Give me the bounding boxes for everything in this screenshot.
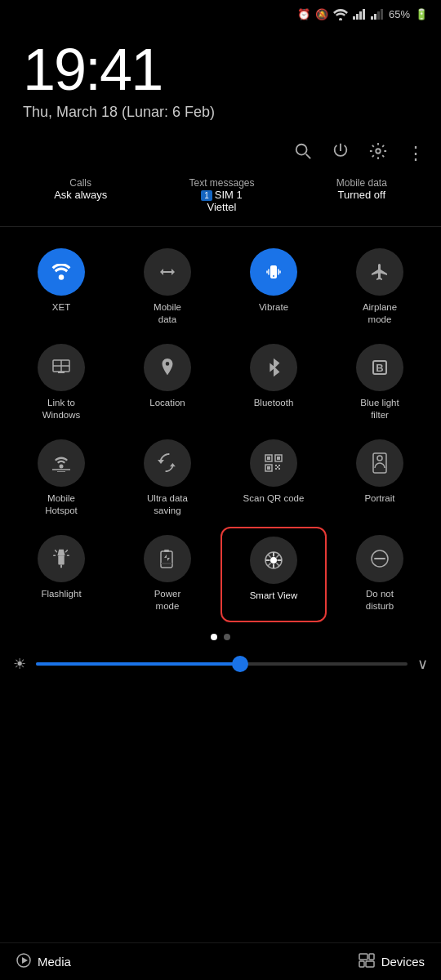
devices-button[interactable]: Devices [359, 953, 425, 970]
search-button[interactable] [294, 142, 312, 164]
bottom-bar: Media Devices [0, 942, 441, 980]
svg-rect-3 [359, 11, 362, 20]
svg-rect-26 [275, 465, 277, 466]
svg-marker-41 [22, 957, 28, 964]
svg-point-11 [376, 149, 381, 154]
sms-info: Text messages 1SIM 1Viettel [189, 177, 254, 213]
flashlight-icon [38, 535, 85, 582]
qs-toolbar: ⋮ [0, 129, 441, 171]
tile-airplane[interactable]: Airplanemode [327, 240, 433, 336]
power-mode-label: Powermode [154, 588, 181, 612]
svg-point-37 [270, 557, 277, 564]
svg-rect-14 [58, 372, 65, 373]
xet-label: XET [52, 301, 70, 314]
media-label: Media [38, 955, 71, 969]
svg-rect-45 [369, 954, 374, 960]
date: Thu, March 18 (Lunar: 6 Feb) [23, 104, 418, 121]
airplane-icon [356, 248, 403, 296]
link-windows-icon [38, 344, 85, 391]
location-icon [144, 344, 191, 391]
tile-bluelight[interactable]: B Blue lightfilter [327, 336, 433, 431]
xet-icon [38, 248, 85, 296]
page-dots [0, 622, 441, 648]
svg-point-12 [59, 274, 65, 280]
qr-icon [250, 439, 297, 487]
svg-rect-34 [161, 551, 172, 568]
brightness-fill [36, 662, 240, 666]
svg-line-10 [306, 154, 311, 159]
svg-rect-27 [278, 465, 280, 466]
tile-mobile-data[interactable]: Mobiledata [114, 240, 220, 336]
svg-rect-1 [353, 16, 355, 20]
tile-portrait[interactable]: Portrait [327, 431, 433, 527]
location-label: Location [149, 397, 185, 409]
tile-link-windows[interactable]: Link toWindows [8, 336, 114, 431]
quick-tiles: XET Mobiledata Vibrate Airplanemode [0, 227, 441, 622]
tile-dnd[interactable]: Do notdisturb [327, 527, 433, 622]
wifi-icon [333, 9, 348, 20]
svg-point-19 [60, 464, 64, 468]
media-button[interactable]: Media [16, 953, 71, 970]
svg-rect-2 [356, 14, 359, 20]
vibrate-icon [250, 248, 297, 296]
tile-flashlight[interactable]: Flashlight [8, 527, 114, 622]
svg-rect-35 [164, 550, 169, 552]
expand-icon[interactable]: ∨ [417, 655, 428, 673]
svg-text:B: B [376, 362, 383, 374]
tile-power-mode[interactable]: Powermode [114, 527, 220, 622]
svg-rect-6 [374, 14, 376, 20]
svg-point-32 [377, 456, 382, 461]
tile-ultra-data[interactable]: Ultra datasaving [114, 431, 220, 527]
svg-rect-33 [58, 555, 64, 564]
more-button[interactable]: ⋮ [407, 143, 425, 164]
settings-button[interactable] [369, 142, 387, 164]
dnd-icon [356, 535, 403, 582]
tile-xet[interactable]: XET [8, 240, 114, 336]
svg-rect-43 [359, 961, 364, 967]
svg-rect-30 [277, 466, 278, 468]
brightness-track[interactable] [36, 662, 408, 666]
tile-hotspot[interactable]: MobileHotspot [8, 431, 114, 527]
tile-location[interactable]: Location [114, 336, 220, 431]
battery-label: 65% [389, 8, 410, 20]
svg-rect-4 [363, 9, 365, 20]
network-row: Calls Ask always Text messages 1SIM 1Vie… [0, 171, 441, 227]
svg-rect-25 [267, 466, 270, 470]
dot-2[interactable] [224, 634, 230, 640]
media-icon [16, 953, 31, 970]
bluetooth-icon [250, 344, 297, 391]
power-button[interactable] [332, 142, 350, 164]
tile-smart-view[interactable]: Smart View [220, 527, 327, 622]
svg-rect-7 [377, 11, 380, 20]
tile-qr[interactable]: Scan QR code [220, 431, 327, 527]
mobile-data-icon [144, 248, 191, 296]
airplane-label: Airplanemode [363, 301, 397, 326]
portrait-icon [356, 439, 403, 487]
mobile-data-info: Mobile data Turned off [336, 177, 387, 213]
svg-rect-5 [371, 16, 373, 20]
signal2-icon [371, 9, 384, 20]
smart-view-icon [250, 537, 297, 584]
bluetooth-label: Bluetooth [254, 397, 294, 409]
tile-vibrate[interactable]: Vibrate [220, 240, 327, 336]
svg-rect-42 [359, 954, 368, 960]
svg-rect-23 [277, 457, 280, 460]
power-mode-icon [144, 535, 191, 582]
mute-icon: 🔕 [315, 8, 328, 20]
hotspot-label: MobileHotspot [45, 492, 78, 517]
qr-label: Scan QR code [243, 492, 305, 505]
bluelight-icon: B [356, 344, 403, 391]
dot-1[interactable] [211, 634, 217, 640]
devices-label: Devices [381, 955, 425, 969]
mobile-data-label: Mobiledata [154, 301, 181, 326]
smart-view-label: Smart View [250, 590, 298, 602]
tile-bluetooth[interactable]: Bluetooth [220, 336, 327, 431]
status-bar: ⏰ 🔕 65% 🔋 [0, 0, 441, 24]
brightness-thumb[interactable] [232, 656, 248, 672]
svg-rect-21 [267, 457, 270, 460]
clock: 19:41 [23, 40, 418, 99]
brightness-row: ☀ ∨ [0, 648, 441, 679]
svg-point-9 [296, 145, 307, 155]
vibrate-label: Vibrate [259, 301, 288, 314]
hotspot-icon [38, 439, 85, 487]
